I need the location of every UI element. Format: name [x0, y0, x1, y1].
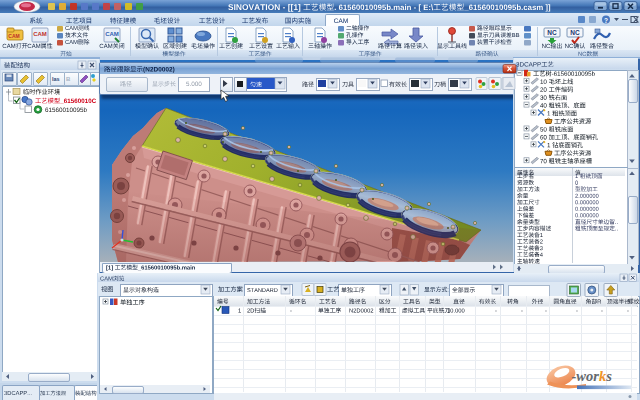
svg-text:B: B — [66, 76, 71, 82]
svg-text:?: ? — [604, 17, 608, 24]
svg-text:-works: -works — [572, 368, 613, 384]
svg-text:NC: NC — [547, 29, 557, 36]
svg-text:las: las — [52, 76, 60, 82]
svg-text:CAM: CAM — [105, 31, 119, 37]
svg-text:CAM: CAM — [33, 31, 47, 37]
svg-text:CAM: CAM — [8, 33, 19, 39]
svg-text:NC: NC — [570, 29, 580, 36]
